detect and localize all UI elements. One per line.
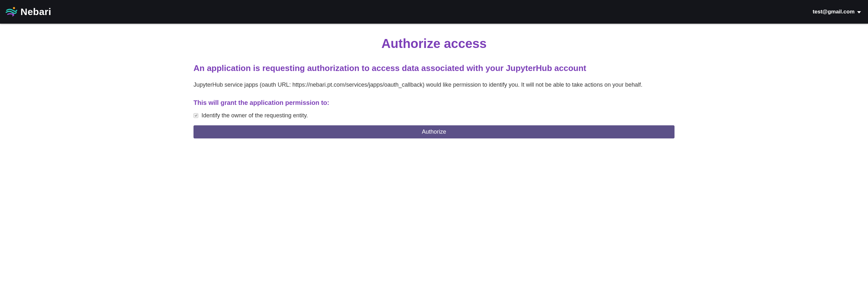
user-menu[interactable]: test@gmail.com <box>813 9 861 15</box>
user-email: test@gmail.com <box>813 9 855 15</box>
main-container: Authorize access An application is reque… <box>186 24 682 138</box>
authorize-button[interactable]: Authorize <box>193 125 675 138</box>
check-icon <box>194 114 198 117</box>
permission-checkbox <box>193 113 198 118</box>
grant-permission-heading: This will grant the application permissi… <box>193 99 675 106</box>
page-title: Authorize access <box>193 36 675 51</box>
authorization-description: JupyterHub service japps (oauth URL: htt… <box>193 81 675 89</box>
permission-row: Identify the owner of the requesting ent… <box>193 112 675 119</box>
nebari-logo-icon <box>5 6 17 18</box>
page-subtitle: An application is requesting authorizati… <box>193 63 675 74</box>
navbar: Nebari test@gmail.com <box>0 0 868 24</box>
caret-down-icon <box>857 11 861 13</box>
svg-point-0 <box>13 7 15 9</box>
brand-name: Nebari <box>21 6 51 17</box>
permission-label: Identify the owner of the requesting ent… <box>202 112 308 119</box>
brand-link[interactable]: Nebari <box>5 6 51 18</box>
